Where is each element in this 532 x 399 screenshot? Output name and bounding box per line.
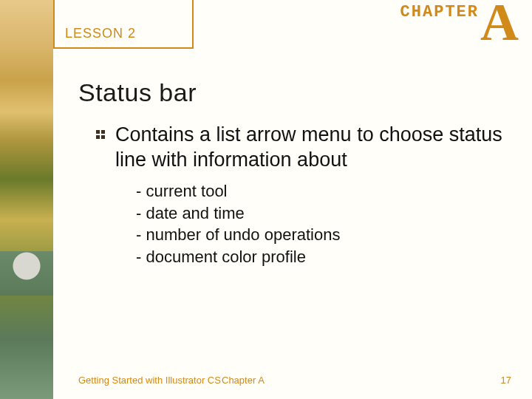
footer-page-number: 17 xyxy=(501,375,511,386)
sub-item-text: document color profile xyxy=(146,248,305,266)
sub-item-text: number of undo operations xyxy=(146,225,340,244)
chapter-letter: A xyxy=(480,0,519,49)
sub-item: - date and time xyxy=(136,202,340,225)
lesson-box: LESSON 2 xyxy=(53,0,194,49)
sub-item: - current tool xyxy=(136,180,340,202)
bullet-item: Contains a list arrow menu to choose sta… xyxy=(96,123,510,173)
decorative-left-strip xyxy=(0,0,53,399)
footer-left: Getting Started with Illustrator CS xyxy=(78,375,221,386)
slide-title: Status bar xyxy=(78,78,197,107)
sub-item-text: date and time xyxy=(146,204,244,222)
footer: Getting Started with Illustrator CS Chap… xyxy=(0,375,532,399)
square-bullet-icon xyxy=(96,130,105,139)
sub-item-text: current tool xyxy=(146,182,227,200)
chapter-word: CHAPTER xyxy=(400,3,479,21)
footer-center: Chapter A xyxy=(222,375,265,386)
lesson-label: LESSON 2 xyxy=(65,26,136,41)
sub-item: - number of undo operations xyxy=(136,224,340,246)
bullet-text: Contains a list arrow menu to choose sta… xyxy=(115,123,510,173)
sublist: - current tool - date and time - number … xyxy=(136,180,340,268)
sub-item: - document color profile xyxy=(136,246,340,268)
